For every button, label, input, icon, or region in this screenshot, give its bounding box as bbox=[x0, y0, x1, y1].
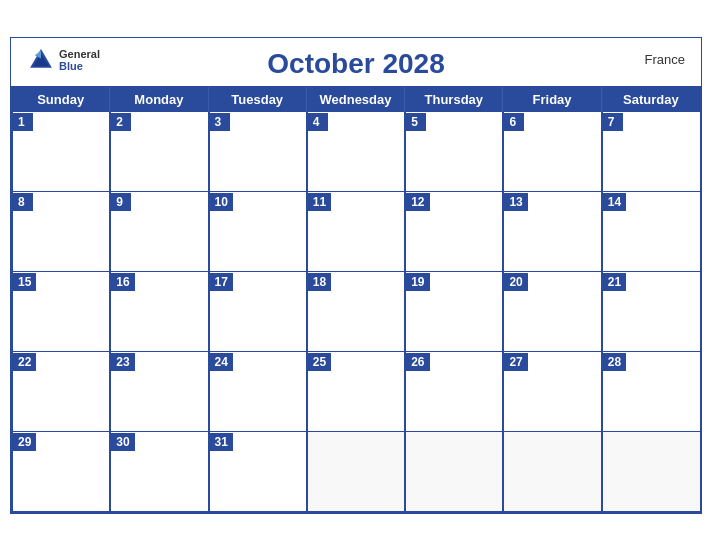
day-cell: 17 bbox=[209, 272, 307, 352]
day-cell: 4 bbox=[307, 112, 405, 192]
day-content bbox=[406, 371, 502, 431]
day-content bbox=[406, 131, 502, 191]
day-number: 2 bbox=[111, 113, 131, 131]
day-content bbox=[111, 131, 207, 191]
day-content bbox=[111, 211, 207, 271]
day-content bbox=[13, 131, 109, 191]
day-cell: 19 bbox=[405, 272, 503, 352]
day-cell: 18 bbox=[307, 272, 405, 352]
day-number: 22 bbox=[13, 353, 36, 371]
day-number: 3 bbox=[210, 113, 230, 131]
day-cell: 9 bbox=[110, 192, 208, 272]
day-header-saturday: Saturday bbox=[602, 87, 700, 112]
day-number: 1 bbox=[13, 113, 33, 131]
day-cell bbox=[602, 432, 700, 512]
day-number: 29 bbox=[13, 433, 36, 451]
day-content bbox=[111, 371, 207, 431]
day-cell: 12 bbox=[405, 192, 503, 272]
logo-icon bbox=[27, 46, 55, 74]
day-header-tuesday: Tuesday bbox=[209, 87, 307, 112]
day-content bbox=[504, 131, 600, 191]
day-content bbox=[308, 291, 404, 351]
day-header-sunday: Sunday bbox=[12, 87, 110, 112]
day-content bbox=[13, 451, 109, 511]
day-cell: 30 bbox=[110, 432, 208, 512]
day-cell: 10 bbox=[209, 192, 307, 272]
day-cell: 16 bbox=[110, 272, 208, 352]
day-number: 14 bbox=[603, 193, 626, 211]
day-content bbox=[603, 371, 700, 431]
day-content bbox=[210, 371, 306, 431]
days-header: SundayMondayTuesdayWednesdayThursdayFrid… bbox=[12, 87, 700, 112]
country-label: France bbox=[645, 52, 685, 67]
day-number: 18 bbox=[308, 273, 331, 291]
day-cell: 27 bbox=[503, 352, 601, 432]
day-content bbox=[603, 211, 700, 271]
day-content bbox=[504, 291, 600, 351]
day-cell: 13 bbox=[503, 192, 601, 272]
day-number: 6 bbox=[504, 113, 524, 131]
day-number: 7 bbox=[603, 113, 623, 131]
day-content bbox=[111, 291, 207, 351]
day-cell: 20 bbox=[503, 272, 601, 352]
day-number: 27 bbox=[504, 353, 527, 371]
day-number: 5 bbox=[406, 113, 426, 131]
day-number: 4 bbox=[308, 113, 328, 131]
day-number: 10 bbox=[210, 193, 233, 211]
day-number: 13 bbox=[504, 193, 527, 211]
day-cell: 14 bbox=[602, 192, 700, 272]
day-cell: 31 bbox=[209, 432, 307, 512]
day-content bbox=[308, 371, 404, 431]
day-cell bbox=[307, 432, 405, 512]
month-title: October 2028 bbox=[267, 48, 444, 80]
day-content bbox=[210, 131, 306, 191]
day-content bbox=[13, 371, 109, 431]
day-cell: 8 bbox=[12, 192, 110, 272]
day-header-thursday: Thursday bbox=[405, 87, 503, 112]
day-number: 11 bbox=[308, 193, 331, 211]
calendar-grid-wrapper: 1234567891011121314151617181920212223242… bbox=[11, 112, 701, 513]
day-content bbox=[13, 291, 109, 351]
day-cell: 3 bbox=[209, 112, 307, 192]
day-number: 20 bbox=[504, 273, 527, 291]
day-header-wednesday: Wednesday bbox=[307, 87, 405, 112]
day-number: 24 bbox=[210, 353, 233, 371]
logo-general: General bbox=[59, 48, 100, 60]
day-number: 30 bbox=[111, 433, 134, 451]
day-cell: 15 bbox=[12, 272, 110, 352]
logo: General Blue bbox=[27, 46, 100, 74]
day-header-friday: Friday bbox=[503, 87, 601, 112]
day-number: 26 bbox=[406, 353, 429, 371]
logo-blue: Blue bbox=[59, 60, 100, 72]
day-cell: 11 bbox=[307, 192, 405, 272]
day-number: 17 bbox=[210, 273, 233, 291]
logo-text: General Blue bbox=[59, 48, 100, 72]
day-content bbox=[210, 211, 306, 271]
day-number: 15 bbox=[13, 273, 36, 291]
day-cell: 28 bbox=[602, 352, 700, 432]
day-content bbox=[504, 211, 600, 271]
day-cell: 7 bbox=[602, 112, 700, 192]
day-number: 21 bbox=[603, 273, 626, 291]
day-number: 23 bbox=[111, 353, 134, 371]
day-number: 31 bbox=[210, 433, 233, 451]
day-number: 8 bbox=[13, 193, 33, 211]
day-cell: 5 bbox=[405, 112, 503, 192]
day-cell: 2 bbox=[110, 112, 208, 192]
calendar: General Blue October 2028 France SundayM… bbox=[10, 37, 702, 514]
day-content bbox=[210, 451, 306, 511]
day-content bbox=[603, 131, 700, 191]
day-content bbox=[13, 211, 109, 271]
day-content bbox=[210, 291, 306, 351]
day-number: 25 bbox=[308, 353, 331, 371]
day-cell: 1 bbox=[12, 112, 110, 192]
day-content bbox=[308, 131, 404, 191]
day-content bbox=[406, 291, 502, 351]
day-cell: 24 bbox=[209, 352, 307, 432]
day-number: 9 bbox=[111, 193, 131, 211]
day-number: 16 bbox=[111, 273, 134, 291]
day-content bbox=[603, 291, 700, 351]
days-header-wrapper: SundayMondayTuesdayWednesdayThursdayFrid… bbox=[11, 86, 701, 112]
day-content bbox=[504, 371, 600, 431]
calendar-header: General Blue October 2028 France bbox=[11, 38, 701, 86]
